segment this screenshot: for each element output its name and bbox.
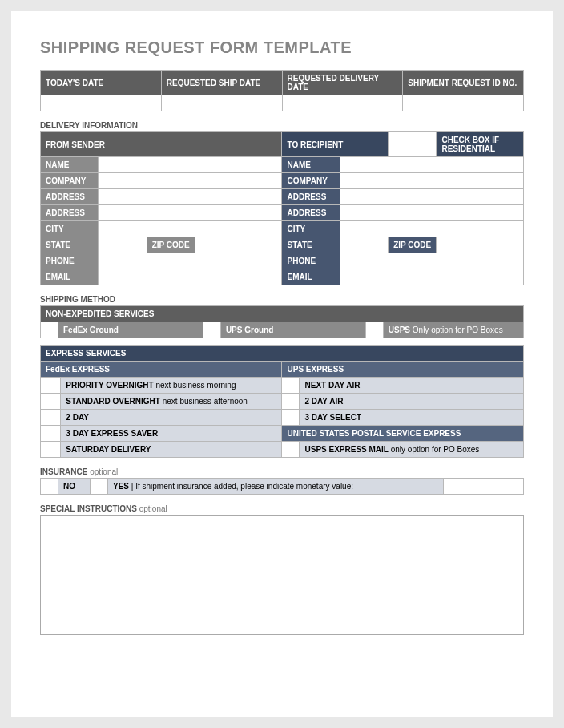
label-recipient-email: EMAIL xyxy=(282,269,340,285)
checkbox-usps[interactable] xyxy=(365,322,383,338)
checkbox-standard-overnight[interactable] xyxy=(41,394,61,410)
label-sender-city: CITY xyxy=(41,221,99,237)
hdr-fedex-express: FedEx EXPRESS xyxy=(41,362,282,378)
label-standard-overnight: STANDARD OVERNIGHT next business afterno… xyxy=(61,394,282,410)
input-sender-city[interactable] xyxy=(99,221,282,237)
checkbox-three-day-saver[interactable] xyxy=(41,426,61,442)
input-special-instructions[interactable] xyxy=(40,515,524,635)
input-sender-company[interactable] xyxy=(99,173,282,189)
priority-overnight-bold: PRIORITY OVERNIGHT xyxy=(66,381,153,390)
input-recipient-address2[interactable] xyxy=(340,205,523,221)
usps-express-note: only option for PO Boxes xyxy=(389,445,479,454)
usps-express-bold: USPS EXPRESS MAIL xyxy=(304,445,388,454)
label-sender-zip: ZIP CODE xyxy=(147,237,195,253)
hdr-todays-date: TODAY'S DATE xyxy=(41,71,162,95)
label-sender-state: STATE xyxy=(41,237,99,253)
saturday-bold: SATURDAY DELIVERY xyxy=(66,445,151,454)
hdr-req-ship-date: REQUESTED SHIP DATE xyxy=(161,71,282,95)
three-day-select-bold: 3 DAY SELECT xyxy=(304,413,361,422)
input-recipient-address1[interactable] xyxy=(340,189,523,205)
input-recipient-name[interactable] xyxy=(340,157,523,173)
hdr-non-expedited: NON-EXPEDITED SERVICES xyxy=(41,306,524,322)
hdr-req-delivery-date: REQUESTED DELIVERY DATE xyxy=(282,71,403,95)
insurance-label: INSURANCE xyxy=(40,467,87,476)
input-req-delivery-date[interactable] xyxy=(282,95,403,111)
checkbox-insurance-no[interactable] xyxy=(41,479,58,495)
label-sender-name: NAME xyxy=(41,157,99,173)
input-shipment-id[interactable] xyxy=(403,95,524,111)
label-fedex-two-day: 2 DAY xyxy=(61,410,282,426)
input-sender-address2[interactable] xyxy=(99,205,282,221)
label-check-residential: CHECK BOX IF RESIDENTIAL xyxy=(437,132,524,157)
standard-overnight-note: next business afternoon xyxy=(160,397,248,406)
hdr-shipment-id: SHIPMENT REQUEST ID NO. xyxy=(403,71,524,95)
checkbox-next-day-air[interactable] xyxy=(282,378,300,394)
express-table: EXPRESS SERVICES FedEx EXPRESS UPS EXPRE… xyxy=(40,345,524,458)
label-recipient-phone: PHONE xyxy=(282,253,340,269)
input-recipient-state[interactable] xyxy=(340,237,388,253)
input-recipient-zip[interactable] xyxy=(437,237,524,253)
label-next-day-air: NEXT DAY AIR xyxy=(300,378,524,394)
input-recipient-city[interactable] xyxy=(340,221,523,237)
special-instr-optional: optional xyxy=(139,504,167,513)
input-todays-date[interactable] xyxy=(41,95,162,111)
hdr-express-services: EXPRESS SERVICES xyxy=(41,346,524,362)
checkbox-three-day-select[interactable] xyxy=(282,410,300,426)
section-insurance: INSURANCE optional xyxy=(40,467,524,476)
label-three-day-saver: 3 DAY EXPRESS SAVER xyxy=(61,426,282,442)
label-recipient-address1: ADDRESS xyxy=(282,189,340,205)
section-special-instructions: SPECIAL INSTRUCTIONS optional xyxy=(40,504,524,513)
non-expedited-table: NON-EXPEDITED SERVICES FedEx Ground UPS … xyxy=(40,305,524,338)
top-header-table: TODAY'S DATE REQUESTED SHIP DATE REQUEST… xyxy=(40,70,524,111)
three-day-saver-bold: 3 DAY EXPRESS SAVER xyxy=(66,429,158,438)
label-sender-email: EMAIL xyxy=(41,269,99,285)
checkbox-priority-overnight[interactable] xyxy=(41,378,61,394)
label-usps-express-mail: USPS EXPRESS MAIL only option for PO Box… xyxy=(300,442,524,458)
label-recipient-address2: ADDRESS xyxy=(282,205,340,221)
hdr-usps-express: UNITED STATES POSTAL SERVICE EXPRESS xyxy=(282,426,524,442)
checkbox-fedex-two-day[interactable] xyxy=(41,410,61,426)
usps-bold: USPS xyxy=(389,326,410,334)
hdr-ups-express: UPS EXPRESS xyxy=(282,362,524,378)
checkbox-residential[interactable] xyxy=(389,132,437,157)
special-instr-label: SPECIAL INSTRUCTIONS xyxy=(40,504,137,513)
checkbox-insurance-yes[interactable] xyxy=(91,479,108,495)
label-recipient-name: NAME xyxy=(282,157,340,173)
label-sender-phone: PHONE xyxy=(41,253,99,269)
standard-overnight-bold: STANDARD OVERNIGHT xyxy=(66,397,160,406)
input-sender-zip[interactable] xyxy=(195,237,282,253)
delivery-table: FROM SENDER TO RECIPIENT CHECK BOX IF RE… xyxy=(40,131,524,285)
insurance-table: NO YES | If shipment insurance added, pl… xyxy=(40,478,524,495)
input-insurance-value[interactable] xyxy=(444,479,524,495)
usps-note: Only option for PO Boxes xyxy=(410,326,503,334)
section-shipping-method: SHIPPING METHOD xyxy=(40,295,524,304)
input-sender-phone[interactable] xyxy=(99,253,282,269)
input-sender-address1[interactable] xyxy=(99,189,282,205)
insurance-sep: | xyxy=(129,482,135,491)
label-sender-company: COMPANY xyxy=(41,173,99,189)
input-recipient-phone[interactable] xyxy=(340,253,523,269)
next-day-bold: NEXT DAY AIR xyxy=(304,381,360,390)
priority-overnight-note: next business morning xyxy=(154,381,236,390)
input-sender-name[interactable] xyxy=(99,157,282,173)
checkbox-two-day-air[interactable] xyxy=(282,394,300,410)
input-sender-state[interactable] xyxy=(99,237,147,253)
input-sender-email[interactable] xyxy=(99,269,282,285)
form-page: SHIPPING REQUEST FORM TEMPLATE TODAY'S D… xyxy=(11,11,553,717)
label-three-day-select: 3 DAY SELECT xyxy=(300,410,524,426)
input-recipient-company[interactable] xyxy=(340,173,523,189)
label-two-day-air: 2 DAY AIR xyxy=(300,394,524,410)
checkbox-fedex-ground[interactable] xyxy=(41,322,58,338)
label-fedex-ground: FedEx Ground xyxy=(58,322,203,338)
label-saturday-delivery: SATURDAY DELIVERY xyxy=(61,442,282,458)
hdr-to-recipient: TO RECIPIENT xyxy=(282,132,389,157)
checkbox-saturday-delivery[interactable] xyxy=(41,442,61,458)
input-recipient-email[interactable] xyxy=(340,269,523,285)
section-delivery-info: DELIVERY INFORMATION xyxy=(40,121,524,130)
hdr-from-sender: FROM SENDER xyxy=(41,132,282,157)
checkbox-usps-express-mail[interactable] xyxy=(282,442,300,458)
input-req-ship-date[interactable] xyxy=(161,95,282,111)
label-sender-address1: ADDRESS xyxy=(41,189,99,205)
fedex-two-day-bold: 2 DAY xyxy=(66,413,89,422)
checkbox-ups-ground[interactable] xyxy=(203,322,220,338)
